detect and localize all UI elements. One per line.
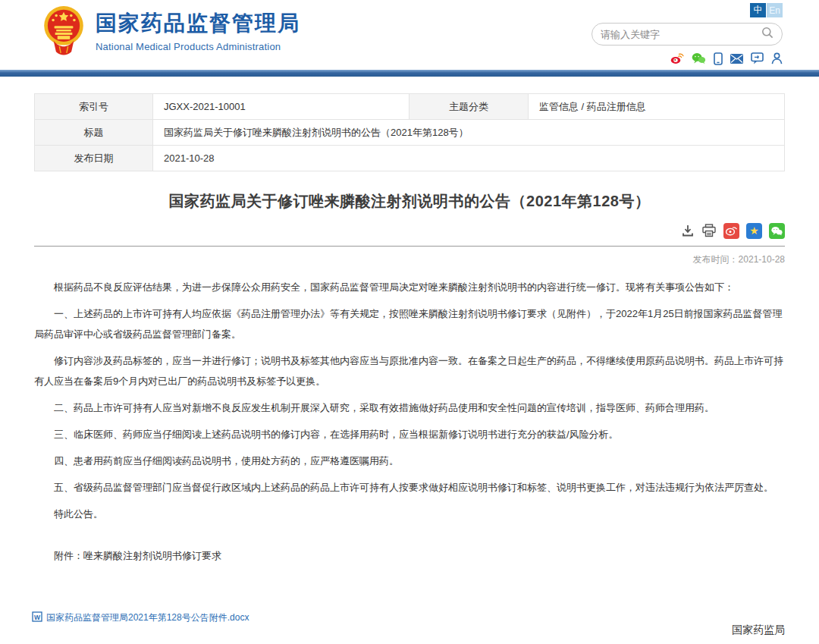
meta-index-value: JGXX-2021-10001 xyxy=(153,94,410,120)
attachment-download-link[interactable]: W 国家药品监督管理局2021年第128号公告附件.docx xyxy=(32,611,249,624)
language-switch: 中 En xyxy=(592,3,783,17)
weibo-icon[interactable] xyxy=(670,52,684,64)
article-paragraph: 根据药品不良反应评估结果，为进一步保障公众用药安全，国家药品监督管理局决定对唑来… xyxy=(34,277,785,297)
document-meta-table: 索引号 JGXX-2021-10001 主题分类 监管信息 / 药品注册信息 标… xyxy=(34,93,785,171)
national-emblem-logo xyxy=(43,5,84,55)
share-qzone-icon[interactable]: ★ xyxy=(746,223,762,239)
article-paragraph: 五、省级药品监督管理部门应当督促行政区域内上述药品的药品上市许可持有人按要求做好… xyxy=(34,477,785,498)
meta-title-value: 国家药监局关于修订唑来膦酸注射剂说明书的公告（2021年第128号） xyxy=(153,120,785,146)
meta-index-label: 索引号 xyxy=(35,94,153,120)
site-header: 国家药品监督管理局 National Medical Products Admi… xyxy=(0,0,819,70)
social-icon-row xyxy=(592,52,783,65)
header-right: 中 En xyxy=(592,3,783,65)
search-input[interactable] xyxy=(601,29,761,40)
meta-topic-value: 监管信息 / 药品注册信息 xyxy=(529,94,785,120)
brand[interactable]: 国家药品监督管理局 National Medical Products Admi… xyxy=(43,5,300,55)
article-paragraph: 三、临床医师、药师应当仔细阅读上述药品说明书的修订内容，在选择用药时，应当根据新… xyxy=(34,424,785,445)
mobile-icon[interactable] xyxy=(714,52,723,65)
org-name-cn: 国家药品监督管理局 xyxy=(96,9,300,38)
main-content: 索引号 JGXX-2021-10001 主题分类 监管信息 / 药品注册信息 标… xyxy=(34,93,785,644)
article-toolbar: ★ xyxy=(34,222,785,239)
article-paragraph: 一、上述药品的上市许可持有人均应依据《药品注册管理办法》等有关规定，按照唑来膦酸… xyxy=(34,303,785,344)
article-paragraph: 特此公告。 xyxy=(34,504,785,524)
attachment-note: 附件：唑来膦酸注射剂说明书修订要求 xyxy=(34,545,785,566)
meta-row-title: 标题 国家药监局关于修订唑来膦酸注射剂说明书的公告（2021年第128号） xyxy=(35,120,785,146)
search-icon[interactable] xyxy=(761,27,774,42)
message-icon[interactable] xyxy=(751,52,764,64)
download-icon[interactable] xyxy=(681,224,695,237)
article-body: 根据药品不良反应评估结果，为进一步保障公众用药安全，国家药品监督管理局决定对唑来… xyxy=(34,277,785,566)
share-wechat-icon[interactable] xyxy=(769,223,785,239)
org-name-en: National Medical Products Administration xyxy=(96,41,300,52)
brand-text: 国家药品监督管理局 National Medical Products Admi… xyxy=(96,9,300,52)
title-divider xyxy=(34,246,785,247)
search-box[interactable] xyxy=(592,23,783,46)
meta-row-date: 发布日期 2021-10-28 xyxy=(35,146,785,171)
meta-title-label: 标题 xyxy=(35,120,153,146)
lang-en-button[interactable]: En xyxy=(767,3,783,17)
article-paragraph: 二、药品上市许可持有人应当对新增不良反应发生机制开展深入研究，采取有效措施做好药… xyxy=(34,397,785,418)
lang-zh-button[interactable]: 中 xyxy=(750,3,766,17)
user-icon[interactable] xyxy=(771,52,783,64)
print-icon[interactable] xyxy=(701,224,717,237)
share-weibo-icon[interactable] xyxy=(723,223,739,239)
meta-row-index-topic: 索引号 JGXX-2021-10001 主题分类 监管信息 / 药品注册信息 xyxy=(35,94,785,120)
article-title: 国家药监局关于修订唑来膦酸注射剂说明书的公告（2021年第128号） xyxy=(34,191,785,212)
word-doc-icon: W xyxy=(32,611,42,624)
signature-date: 2021年10月26日 xyxy=(34,641,785,644)
wechat-icon[interactable] xyxy=(692,52,706,64)
nmpa-announcement-page: 国家药品监督管理局 National Medical Products Admi… xyxy=(0,0,819,644)
article-paragraph: 修订内容涉及药品标签的，应当一并进行修订；说明书及标签其他内容应当与原批准内容一… xyxy=(34,350,785,391)
attachment-filename[interactable]: 国家药品监督管理局2021年第128号公告附件.docx xyxy=(46,611,249,624)
mail-icon[interactable] xyxy=(730,54,743,64)
article-paragraph: 四、患者用药前应当仔细阅读药品说明书，使用处方药的，应严格遵医嘱用药。 xyxy=(34,451,785,471)
meta-date-value: 2021-10-28 xyxy=(153,146,785,171)
publish-time: 发布时间：2021-10-28 xyxy=(34,253,785,266)
header-divider-bar xyxy=(0,70,819,77)
meta-date-label: 发布日期 xyxy=(35,146,153,171)
svg-text:W: W xyxy=(34,614,41,621)
meta-topic-label: 主题分类 xyxy=(410,94,529,120)
